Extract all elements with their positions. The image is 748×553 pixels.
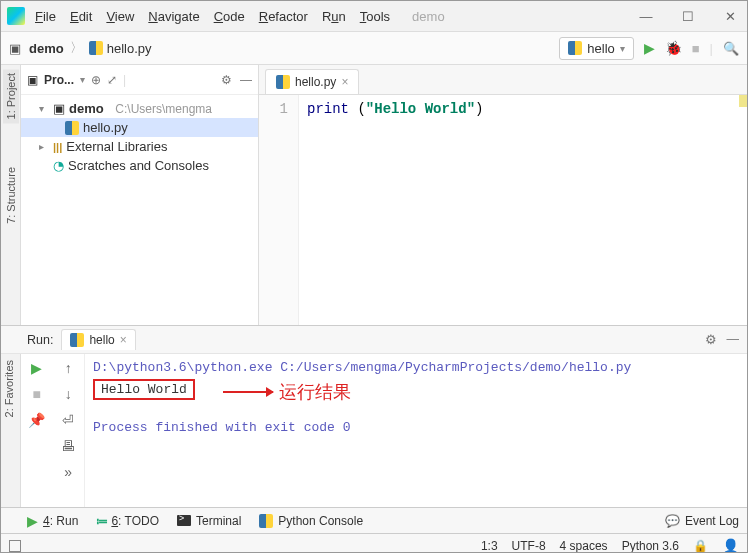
debug-button[interactable]: 🐞 [665,40,682,56]
ide-status-icon[interactable]: 👤 [722,538,739,554]
tool-tab-favorites[interactable]: 2: Favorites [1,356,17,421]
menubar: File Edit View Navigate Code Refactor Ru… [35,9,635,24]
run-config-selector[interactable]: hello ▾ [559,37,633,60]
close-tab-icon[interactable]: × [341,75,348,89]
run-button[interactable]: ▶ [644,40,655,56]
close-tab-icon[interactable]: × [120,333,127,347]
tree-scratches[interactable]: ▸ ◔ Scratches and Consoles [21,156,258,175]
breadcrumb-project[interactable]: ▣ demo [9,41,64,56]
status-bar: 1:3 UTF-8 4 spaces Python 3.6 🔒 👤 [1,533,747,553]
main-area: 1: Project 7: Structure ▣ Pro... ▾ ⊕ ⤢ |… [1,65,747,325]
tool-tab-event-log[interactable]: 💬Event Log [665,514,739,528]
tool-tab-project[interactable]: 1: Project [3,69,19,123]
tree-root-name: demo [69,101,104,116]
project-panel-title[interactable]: Pro... [44,73,74,87]
scratches-icon: ◔ [53,158,64,173]
menu-edit[interactable]: Edit [70,9,92,24]
terminal-icon [177,515,191,526]
menu-view[interactable]: View [106,9,134,24]
tool-tab-pyconsole-label: Python Console [278,514,363,528]
up-stack-button[interactable]: ↑ [65,360,72,376]
window-controls: — ☐ ✕ [635,9,741,24]
editor-tab-label: hello.py [295,75,336,89]
python-file-icon [70,333,84,347]
tree-root-path: C:\Users\mengma [115,102,212,116]
tree-file-hello[interactable]: hello.py [21,118,258,137]
project-tree[interactable]: ▾ ▣ demo C:\Users\mengma hello.py ▸ ||| … [21,95,258,179]
editor-body[interactable]: 1 print ("Hello World") [259,95,747,325]
menu-navigate[interactable]: Navigate [148,9,199,24]
expand-arrow-icon[interactable]: ▸ [39,141,49,152]
rerun-button[interactable]: ▶ [31,360,42,376]
tool-tab-python-console[interactable]: Python Console [259,514,363,528]
close-button[interactable]: ✕ [719,9,741,24]
python-file-icon [276,75,290,89]
console-output-highlight: Hello World [93,379,195,400]
pin-button[interactable]: 📌 [28,412,45,428]
menu-file[interactable]: File [35,9,56,24]
annotation-arrow: 运行结果 [223,380,351,404]
python-file-icon [89,41,103,55]
chevron-right-icon: 〉 [70,39,83,57]
editor-tab-hello[interactable]: hello.py × [265,69,359,94]
status-interpreter[interactable]: Python 3.6 [622,539,679,553]
tool-tab-todo[interactable]: ≔6: TODO [96,514,159,528]
left-tool-strip: 1: Project 7: Structure [1,65,21,325]
tool-tab-run[interactable]: ▶4: Run [27,513,78,529]
gear-icon[interactable]: ⚙ [705,332,717,347]
menu-refactor[interactable]: Refactor [259,9,308,24]
status-encoding[interactable]: UTF-8 [512,539,546,553]
stop-button[interactable]: ■ [33,386,41,402]
soft-wrap-button[interactable]: ⏎ [62,412,74,428]
menu-tools[interactable]: Tools [360,9,390,24]
libraries-icon: ||| [53,141,62,153]
status-caret-pos[interactable]: 1:3 [481,539,498,553]
tree-extlib-label: External Libraries [66,139,167,154]
token-lparen: ( [357,101,365,117]
tool-tab-terminal[interactable]: Terminal [177,514,241,528]
code-area[interactable]: print ("Hello World") [299,95,747,325]
event-log-icon: 💬 [665,514,680,528]
run-panel-body: 2: Favorites ▶ ■ 📌 ↑ ↓ ⏎ 🖶 » D:\python3.… [1,354,747,507]
chevron-down-icon: ▾ [620,43,625,54]
breadcrumb-file-label: hello.py [107,41,152,56]
tree-external-libraries[interactable]: ▸ ||| External Libraries [21,137,258,156]
tree-root[interactable]: ▾ ▣ demo C:\Users\mengma [21,99,258,118]
console-output[interactable]: D:\python3.6\python.exe C:/Users/mengma/… [85,354,747,507]
minimize-button[interactable]: — [635,9,657,24]
status-toggle-icon[interactable] [9,540,21,552]
token-rparen: ) [475,101,483,117]
collapse-all-icon[interactable]: ⤢ [107,73,117,87]
left-tool-strip-lower: 2: Favorites [1,354,21,507]
search-everywhere-button[interactable]: 🔍 [723,41,739,56]
print-button[interactable]: 🖶 [61,438,75,454]
python-file-icon [259,514,273,528]
folder-icon: ▣ [53,101,65,116]
gear-icon[interactable]: ⚙ [221,73,232,87]
down-stack-button[interactable]: ↓ [65,386,72,402]
pycharm-logo-icon [7,7,25,25]
run-action-columns: ▶ ■ 📌 ↑ ↓ ⏎ 🖶 » [21,354,85,507]
maximize-button[interactable]: ☐ [677,9,699,24]
menu-code[interactable]: Code [214,9,245,24]
titlebar: File Edit View Navigate Code Refactor Ru… [1,1,747,31]
hide-panel-button[interactable]: — [240,73,252,87]
stop-button[interactable]: ■ [692,41,700,56]
readonly-lock-icon[interactable]: 🔒 [693,539,708,553]
editor-tabs: hello.py × [259,65,747,95]
hide-panel-button[interactable]: — [727,332,740,347]
breadcrumb-file[interactable]: hello.py [89,41,152,56]
tool-tab-structure[interactable]: 7: Structure [3,163,19,228]
run-panel-header: Run: hello × ⚙ — [1,326,747,354]
menu-run[interactable]: Run [322,9,346,24]
bottom-tool-tabs: ▶4: Run ≔6: TODO Terminal Python Console… [1,507,747,533]
run-config-label: hello [587,41,614,56]
expand-arrow-icon[interactable]: ▾ [39,103,49,114]
more-actions-button[interactable]: » [64,464,72,480]
scroll-from-source-icon[interactable]: ⊕ [91,73,101,87]
run-tab-hello[interactable]: hello × [61,329,135,350]
project-panel-header: ▣ Pro... ▾ ⊕ ⤢ | ⚙ — [21,65,258,95]
run-tool-window: Run: hello × ⚙ — 2: Favorites ▶ ■ 📌 ↑ ↓ … [1,325,747,507]
run-panel-title: Run: [27,333,53,347]
status-indent[interactable]: 4 spaces [560,539,608,553]
